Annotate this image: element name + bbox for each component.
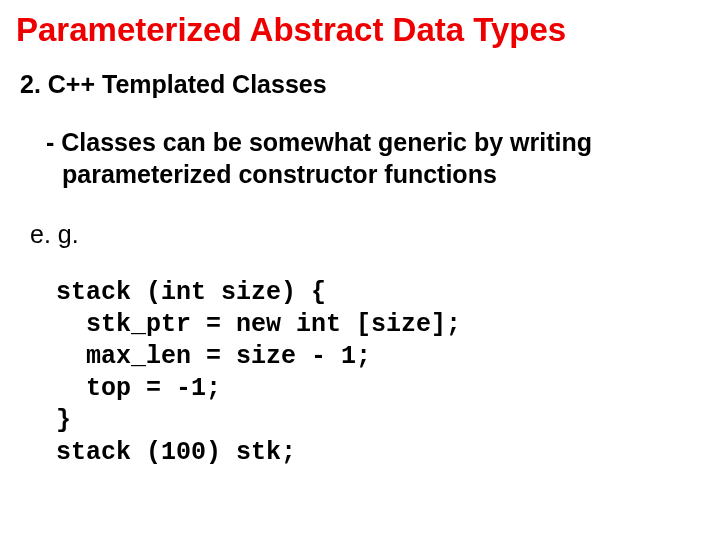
bullet-point: - Classes can be somewhat generic by wri… <box>26 127 704 190</box>
slide-title: Parameterized Abstract Data Types <box>16 12 704 48</box>
example-label: e. g. <box>30 220 704 249</box>
code-block: stack (int size) { stk_ptr = new int [si… <box>56 277 704 469</box>
section-heading: 2. C++ Templated Classes <box>20 70 704 99</box>
